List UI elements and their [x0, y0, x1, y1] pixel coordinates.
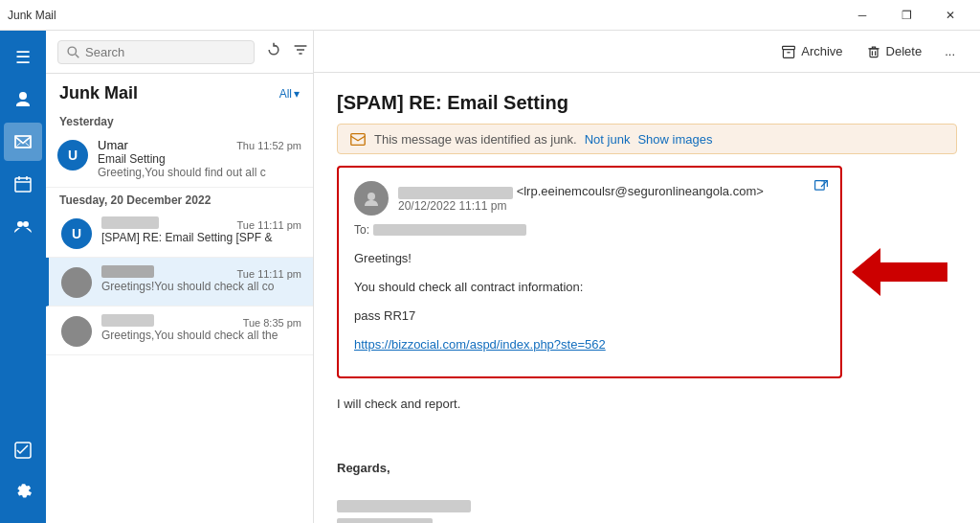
mail-sender: Umar	[98, 138, 128, 152]
main-content: Archive Delete ... [SPAM] RE: Email Sett…	[314, 31, 980, 523]
mail-time: Thu 11:52 pm	[236, 140, 301, 151]
mail-preview: Greetings,You should check all the	[101, 329, 301, 342]
body-greeting: Greetings!	[354, 248, 825, 269]
to-row: To:	[354, 223, 825, 237]
mail-time: Tue 11:11 pm	[237, 219, 301, 231]
archive-button[interactable]: Archive	[771, 39, 852, 64]
folder-title-row: Junk Mail All ▾	[46, 74, 313, 109]
mail-preview: Greeting,You should find out all c	[98, 166, 301, 179]
email-subject: [SPAM] RE: Email Setting	[337, 92, 957, 114]
junk-banner: This message was identified as junk. Not…	[337, 124, 957, 154]
mail-list: Yesterday U Umar Thu 11:52 pm Email Sett…	[46, 109, 313, 523]
sender-email: <lrp.eeinemcoulsr@seguronlineangola.com>	[517, 184, 764, 198]
mail-time: Tue 11:11 pm	[237, 268, 301, 280]
search-box[interactable]	[57, 40, 255, 64]
body-line1: You should check all contract informatio…	[354, 277, 825, 298]
svg-rect-10	[870, 48, 878, 57]
bubble-wrapper: <lrp.eeinemcoulsr@seguronlineangola.com>…	[337, 166, 842, 378]
sender-name-line: <lrp.eeinemcoulsr@seguronlineangola.com>	[398, 184, 825, 198]
date-group-tuesday: Tuesday, 20 December 2022	[46, 188, 313, 209]
open-in-new-icon[interactable]	[813, 179, 829, 198]
avatar	[61, 316, 92, 347]
nav-calendar[interactable]	[4, 165, 42, 203]
close-button[interactable]: ✕	[928, 0, 972, 31]
avatar	[61, 267, 92, 298]
svg-point-4	[68, 47, 76, 55]
minimize-button[interactable]: ─	[840, 0, 884, 31]
refresh-button[interactable]	[262, 38, 285, 65]
restore-button[interactable]: ❐	[884, 0, 928, 31]
mail-item-content: Umar Thu 11:52 pm Email Setting Greeting…	[98, 138, 301, 179]
nav-settings[interactable]	[4, 473, 42, 512]
body-password: pass RR17	[354, 306, 825, 327]
nav-people[interactable]	[4, 80, 42, 119]
avatar: U	[61, 218, 92, 249]
archive-icon	[781, 44, 796, 59]
svg-rect-13	[351, 134, 365, 146]
svg-point-14	[368, 193, 375, 200]
list-item[interactable]: U Umar Thu 11:52 pm Email Setting Greeti…	[46, 130, 313, 188]
nav-groups[interactable]	[4, 207, 42, 245]
titlebar-controls: ─ ❐ ✕	[840, 0, 972, 31]
to-blurred	[373, 224, 526, 236]
email-rest: I will check and report. Regards,	[337, 394, 957, 523]
svg-rect-0	[15, 178, 31, 192]
signature-line2	[337, 518, 433, 523]
toolbar: Archive Delete ...	[314, 31, 980, 73]
body-link[interactable]: https://bizzocial.com/aspd/index.php?ste…	[354, 337, 606, 352]
email-bubble: <lrp.eeinemcoulsr@seguronlineangola.com>…	[337, 166, 842, 378]
avatar: U	[57, 140, 88, 171]
folder-filter[interactable]: All ▾	[279, 87, 300, 101]
mail-sender	[101, 216, 159, 229]
svg-point-2	[23, 221, 29, 227]
email-rest-text: I will check and report.	[337, 394, 957, 415]
filter-button[interactable]	[289, 38, 312, 65]
signature-line1	[337, 500, 471, 512]
show-images-link[interactable]: Show images	[637, 132, 712, 147]
mail-preview: Greetings!You should check all co	[101, 280, 301, 293]
nav-hamburger[interactable]: ☰	[4, 38, 42, 77]
delete-button[interactable]: Delete	[857, 39, 932, 64]
mail-item-content: Tue 8:35 pm Greetings,You should check a…	[101, 314, 301, 342]
email-view: [SPAM] RE: Email Setting This message wa…	[314, 73, 980, 523]
titlebar: Junk Mail ─ ❐ ✕	[0, 0, 980, 31]
archive-label: Archive	[801, 44, 842, 58]
search-input[interactable]	[85, 45, 246, 59]
junk-icon	[349, 130, 367, 148]
email-body: Greetings! You should check all contract…	[354, 248, 825, 355]
mail-time: Tue 8:35 pm	[243, 317, 301, 329]
more-button[interactable]: ...	[935, 39, 965, 63]
svg-point-1	[17, 221, 23, 227]
folder-title: Junk Mail	[59, 83, 138, 103]
nav-tasks[interactable]	[4, 431, 42, 469]
red-arrow	[852, 243, 947, 301]
date-group-yesterday: Yesterday	[46, 109, 313, 130]
nav-rail-bottom	[4, 431, 42, 512]
sender-avatar	[354, 181, 389, 216]
search-icon	[66, 45, 79, 58]
app-body: ☰	[0, 31, 980, 523]
regards: Regards,	[337, 458, 957, 479]
nav-rail: ☰	[0, 31, 46, 523]
header-icons	[262, 38, 312, 65]
titlebar-title: Junk Mail	[8, 9, 56, 22]
sender-row: <lrp.eeinemcoulsr@seguronlineangola.com>…	[354, 181, 825, 216]
mail-item-content: Tue 11:11 pm Greetings!You should check …	[101, 265, 301, 293]
mail-subject: Email Setting	[98, 152, 301, 166]
mail-subject: [SPAM] RE: Email Setting [SPF &	[101, 231, 301, 244]
svg-line-5	[76, 55, 79, 58]
sidebar-search-row	[46, 31, 313, 74]
list-item[interactable]: Tue 11:11 pm Greetings!You should check …	[46, 258, 313, 307]
not-junk-link[interactable]: Not junk	[585, 132, 631, 147]
nav-mail[interactable]	[4, 123, 42, 161]
sender-avatar-icon	[362, 189, 381, 208]
junk-text: This message was identified as junk.	[374, 132, 577, 147]
delete-icon	[866, 44, 881, 59]
sender-date: 20/12/2022 11:11 pm	[398, 199, 825, 213]
svg-rect-9	[783, 46, 795, 49]
sidebar: Junk Mail All ▾ Yesterday U Umar Thu 11:…	[46, 31, 314, 523]
list-item[interactable]: U Tue 11:11 pm [SPAM] RE: Email Setting …	[46, 209, 313, 258]
list-item[interactable]: Tue 8:35 pm Greetings,You should check a…	[46, 307, 313, 355]
sender-info: <lrp.eeinemcoulsr@seguronlineangola.com>…	[398, 184, 825, 212]
mail-item-content: Tue 11:11 pm [SPAM] RE: Email Setting [S…	[101, 216, 301, 244]
